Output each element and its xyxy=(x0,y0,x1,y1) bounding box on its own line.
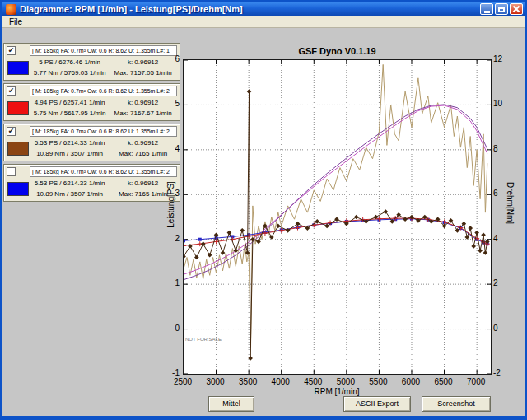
chart-title: GSF Dyno V0.1.19 xyxy=(183,46,492,56)
run-2-header-field[interactable]: [ M: 185kg FA: 0.7m² Cw: 0.6 R: 8.62 U: … xyxy=(30,86,177,96)
y-left-tick-label: -1 xyxy=(152,368,180,377)
client-area: ✔ [ M: 185kg FA: 0.7m² Cw: 0.6 R: 8.62 U… xyxy=(2,28,525,416)
y-right-tick-label: 6 xyxy=(493,189,518,198)
run-4-color-swatch[interactable] xyxy=(7,182,29,196)
run-1-checkbox[interactable]: ✔ xyxy=(7,46,16,55)
menu-item-file[interactable]: File xyxy=(2,17,29,26)
x-tick-label: 3000 xyxy=(199,377,232,386)
maximize-button[interactable] xyxy=(495,3,508,15)
run-2-ps-value: 4.94 PS / 6257.41 1/min xyxy=(30,99,109,108)
x-tick-label: 5000 xyxy=(329,377,362,386)
ascii-export-button[interactable]: ASCII Export xyxy=(343,396,411,412)
y-axis-left-label: Leistung[PS] xyxy=(166,168,175,242)
close-button[interactable] xyxy=(510,3,523,15)
y-right-tick-label: -2 xyxy=(493,368,518,377)
y-left-tick-label: 6 xyxy=(152,54,180,63)
x-axis-label: RPM [1/min] xyxy=(287,387,386,396)
watermark-text: NOT FOR SALE xyxy=(185,337,222,342)
minimize-icon xyxy=(484,11,490,13)
run-4-nm-value: 10.89 Nm / 3507 1/min xyxy=(30,190,109,199)
y-left-tick-label: 4 xyxy=(152,144,180,153)
app-icon xyxy=(6,4,16,15)
menu-bar: File xyxy=(2,16,525,28)
title-bar: Diagramme: RPM [1/min] - Leistung[PS]/Dr… xyxy=(2,2,525,16)
mittel-button[interactable]: Mittel xyxy=(208,396,254,412)
y-left-tick-label: 5 xyxy=(152,99,180,108)
run-1-max-value: Max: 7157.05 1/min xyxy=(109,69,177,78)
run-1-color-swatch[interactable] xyxy=(7,61,29,75)
x-tick-label: 7000 xyxy=(459,377,492,386)
run-3-header-field[interactable]: [ M: 185kg FA: 0.7m² Cw: 0.6 R: 8.62 U: … xyxy=(30,126,177,137)
run-4-header-field[interactable]: [ M: 185kg FA: 0.7m² Cw: 0.6 R: 8.62 U: … xyxy=(30,166,177,177)
run-2-nm-value: 5.75 Nm / 5617.95 1/min xyxy=(30,110,109,119)
run-3-nm-value: 10.89 Nm / 3507 1/min xyxy=(30,150,109,159)
y-left-tick-label: 2 xyxy=(152,234,180,243)
run-4-ps-value: 5.53 PS / 6214.33 1/min xyxy=(30,180,109,189)
y-right-tick-label: 12 xyxy=(493,54,518,63)
x-tick-label: 2500 xyxy=(166,377,199,386)
x-tick-label: 6500 xyxy=(427,377,460,386)
x-tick-label: 5500 xyxy=(361,377,394,386)
run-3-checkbox[interactable]: ✔ xyxy=(7,127,16,136)
run-2-checkbox[interactable]: ✔ xyxy=(7,86,16,96)
run-4-checkbox[interactable] xyxy=(7,167,16,176)
run-1-nm-value: 5.77 Nm / 5769.03 1/min xyxy=(30,69,109,78)
run-2-max-value: Max: 7167.67 1/min xyxy=(109,110,177,119)
run-2-color-swatch[interactable] xyxy=(7,101,29,115)
run-3-ps-value: 5.53 PS / 6214.33 1/min xyxy=(30,139,109,148)
close-icon xyxy=(511,4,522,14)
maximize-icon xyxy=(498,7,505,12)
app-window: Diagramme: RPM [1/min] - Leistung[PS]/Dr… xyxy=(0,0,527,420)
x-tick-label: 4500 xyxy=(296,377,329,386)
chart-canvas xyxy=(184,60,491,374)
plot-area: NOT FOR SALE xyxy=(183,59,492,375)
y-left-tick-label: 1 xyxy=(152,278,180,287)
y-axis-right-label: Drehm[Nm] xyxy=(506,175,515,232)
window-title: Diagramme: RPM [1/min] - Leistung[PS]/Dr… xyxy=(20,4,478,14)
run-panel-3: ✔ [ M: 185kg FA: 0.7m² Cw: 0.6 R: 8.62 U… xyxy=(3,124,180,161)
y-left-tick-label: 3 xyxy=(152,189,180,198)
minimize-button[interactable] xyxy=(480,3,493,15)
y-right-tick-label: 8 xyxy=(493,144,518,153)
run-3-color-swatch[interactable] xyxy=(7,142,29,156)
y-right-tick-label: 0 xyxy=(493,324,518,333)
x-tick-label: 4000 xyxy=(264,377,297,386)
y-right-tick-label: 2 xyxy=(493,278,518,287)
run-1-ps-value: 5 PS / 6276.46 1/min xyxy=(30,58,109,68)
y-right-tick-label: 10 xyxy=(493,99,518,108)
y-right-tick-label: 4 xyxy=(493,234,518,243)
screenshot-button[interactable]: Screenshot xyxy=(422,396,491,412)
y-left-tick-label: 0 xyxy=(152,324,180,333)
x-tick-label: 6000 xyxy=(394,377,427,386)
x-tick-label: 3500 xyxy=(231,377,264,386)
